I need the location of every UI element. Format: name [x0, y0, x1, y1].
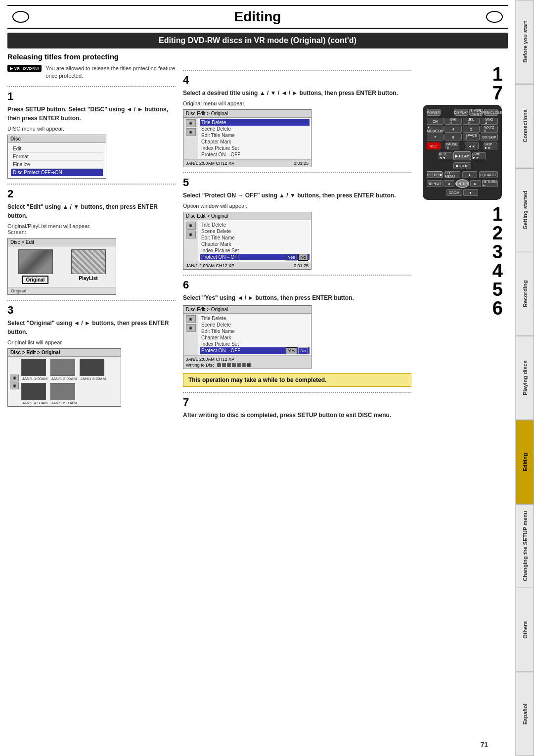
- divider-5: [183, 172, 411, 173]
- tab-getting-started[interactable]: Getting started: [516, 168, 534, 252]
- screen-step-2: Disc > Edit Original PlayList Original: [7, 238, 116, 295]
- thumb-5: JAN/1 5:00AM: [50, 383, 78, 405]
- tab-connections[interactable]: Connections: [516, 84, 534, 168]
- writing-bar: Writing to Disc: [186, 363, 251, 368]
- screen-step-3: Disc > Edit > Original ▣ ▣ JAN/1 1:00AM: [7, 348, 121, 407]
- step-3-desc: Select "Original" using ◄ / ► buttons, t…: [7, 319, 176, 336]
- thumb-1: JAN/1 1:00AM: [21, 359, 48, 381]
- step-5-number: 5: [183, 176, 411, 189]
- step-4-result: Original menu will appear.: [183, 100, 411, 106]
- tab-playing-discs[interactable]: Playing discs: [516, 336, 534, 420]
- divider-3: [7, 300, 176, 301]
- step-3-result: Original list will appear.: [7, 339, 176, 345]
- vr-badge: ▶ VR DVDRW: [7, 65, 42, 72]
- divider-7: [183, 392, 411, 393]
- step-6-number: 6: [183, 279, 411, 291]
- step-5-result: Option window will appear.: [183, 203, 411, 209]
- step-2-result: Original/PlayList menu will appear.Scree…: [7, 223, 176, 235]
- step-2-desc: Select "Edit" using ▲ / ▼ buttons, then …: [7, 202, 176, 220]
- step-3-number: 3: [7, 304, 176, 317]
- step-2-number: 2: [7, 188, 176, 200]
- screen-step-6: Disc Edit > Original ▣ ▣ Title Delete Sc…: [183, 305, 312, 369]
- divider-1: [7, 86, 176, 87]
- thumb-2: JAN/1 2:00AM: [50, 359, 78, 381]
- thumb-3: JAN/1 3:00AM: [80, 359, 107, 381]
- step-5-desc: Select "Protect ON → OFF" using ▲ / ▼ bu…: [183, 191, 411, 200]
- tab-before-you-start[interactable]: Before you start: [516, 0, 534, 84]
- screen-step-5: Disc Edit > Original ▣ ▣ Title Delete Sc…: [183, 212, 312, 270]
- divider-6: [183, 275, 411, 276]
- step-4-number: 4: [183, 74, 411, 87]
- step-1-result: DISC menu will appear.: [7, 126, 176, 132]
- step-7-number: 7: [183, 396, 411, 409]
- side-tabs: Before you start Connections Getting sta…: [515, 0, 534, 756]
- divider-2: [7, 184, 176, 185]
- step-numbers-top: 17: [416, 65, 508, 102]
- screen-step-4: Disc Edit > Original ▣ ▣ Title Delete Sc…: [183, 109, 312, 167]
- main-content: Editing Editing DVD-RW discs in VR mode …: [0, 0, 515, 756]
- section-heading: Releasing titles from protecting: [7, 52, 508, 61]
- tab-recording[interactable]: Recording: [516, 252, 534, 336]
- vr-badge-area: ▶ VR DVDRW You are allowed to release th…: [7, 65, 176, 80]
- playlist-choice: PlayList: [64, 249, 113, 284]
- step-6-desc: Select "Yes" using ◄ / ► buttons, then p…: [183, 293, 411, 302]
- tab-espanol[interactable]: Español: [516, 672, 534, 756]
- page-number: 71: [480, 741, 488, 749]
- intro-text: You are allowed to release the titles pr…: [45, 65, 176, 80]
- step-numbers-bottom: 123456: [416, 205, 508, 318]
- screen-step-1: Disc Edit Format Finalize Disc Protect O…: [7, 135, 106, 179]
- original-choice: Original: [11, 249, 60, 284]
- step-4-desc: Select a desired title using ▲ / ▼ / ◄ /…: [183, 89, 411, 97]
- remote-control: POWER DISPLAY TIMERPROG. OPEN/CLOSE CH G: [423, 105, 502, 200]
- step-1-desc: Press SETUP button. Select "DISC" using …: [7, 105, 176, 123]
- step-1-number: 1: [7, 90, 176, 103]
- thumb-4: JAN/1 4:00AM: [21, 383, 48, 405]
- subtitle-banner: Editing DVD-RW discs in VR mode (Origina…: [7, 33, 508, 48]
- tab-setup-menu[interactable]: Changing the SETUP menu: [516, 504, 534, 588]
- divider-4: [183, 70, 411, 71]
- note-box: This operation may take a while to be co…: [183, 373, 411, 387]
- page-title: Editing: [7, 5, 508, 29]
- tab-others[interactable]: Others: [516, 588, 534, 672]
- step-7-desc: After writing to disc is completed, pres…: [183, 411, 411, 420]
- tab-editing[interactable]: Editing: [516, 420, 534, 504]
